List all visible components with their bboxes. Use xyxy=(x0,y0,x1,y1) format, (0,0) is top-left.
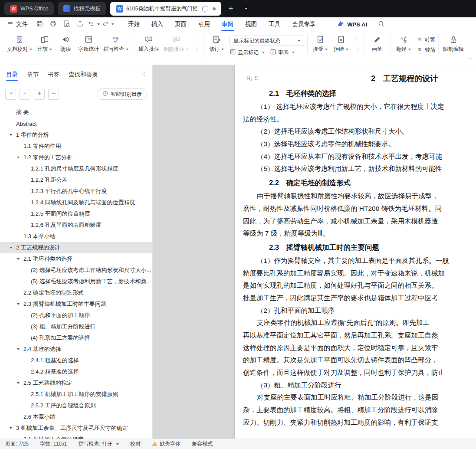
toc-item[interactable]: (2) 选择毛坯应该考虑工作结构形状和尺寸大小... xyxy=(0,265,152,276)
toc-item[interactable]: 2 工艺规程的设计 xyxy=(0,242,152,253)
toc-next-heading-button[interactable] xyxy=(5,89,16,100)
toc-expand-arrow-icon[interactable] xyxy=(17,157,23,158)
menu-tab[interactable]: 插入 xyxy=(151,17,163,31)
ribbon-zh-fan-button[interactable]: 繁转简 xyxy=(417,46,435,54)
toc-prev-heading-button[interactable] xyxy=(20,89,30,100)
markup-state-combobox[interactable]: 显示标记的最终状态 xyxy=(230,36,304,46)
sidebar-tab[interactable]: 目录 xyxy=(6,65,18,84)
toc-item[interactable]: (2) 孔和平面的加工顺序 xyxy=(0,310,152,321)
toc-collapse-all-button[interactable] xyxy=(48,89,59,100)
toc-item[interactable]: 2.3 摇臂轴机械加工时的主要问题 xyxy=(0,298,152,310)
toc-item[interactable]: 1.3 本章小结 xyxy=(0,231,152,242)
status-item[interactable]: 兼容模式 xyxy=(192,440,213,448)
toc-item[interactable]: 2.4.1 粗基准的选择 xyxy=(0,355,152,366)
ribbon-spell-button[interactable]: ABC拼写检查 xyxy=(101,34,131,54)
toc-item[interactable]: Abstract xyxy=(0,118,152,129)
toc-expand-arrow-icon[interactable] xyxy=(17,348,23,350)
menu-tab[interactable]: 引用 xyxy=(198,17,210,31)
ribbon-zh-jian-button[interactable]: 简转繁 xyxy=(417,36,435,43)
search-button[interactable] xyxy=(378,20,385,29)
ribbon-doc-check-button[interactable]: 文档校对 xyxy=(5,34,34,54)
toc-item[interactable]: (4) 孔系加工方案的选择 xyxy=(0,332,152,344)
sidebar-tab[interactable]: 书签 xyxy=(48,65,59,84)
toc-item[interactable]: 3 机械加工余量、工序尺寸及毛坯尺寸的确定 xyxy=(0,423,152,434)
ribbon-reject-button[interactable]: 拒绝 xyxy=(331,34,351,54)
toc-item[interactable]: 2.5 工艺路线的拟定 xyxy=(0,377,152,389)
ribbon-speaker-button[interactable]: 朗读 xyxy=(55,34,76,54)
toc-expand-arrow-icon[interactable] xyxy=(10,247,16,249)
status-item[interactable]: 缺失字体 xyxy=(152,440,181,448)
menu-tab[interactable]: 审阅 xyxy=(222,17,233,31)
tab-docer-templates[interactable]: 找稻壳模板 xyxy=(58,2,106,15)
toc-item[interactable]: 1.2.3 平行孔的孔中心线平行度 xyxy=(0,186,152,197)
wps-ai-button[interactable]: WPS AI xyxy=(337,20,367,29)
tab-list-button[interactable] xyxy=(240,3,252,14)
toc-item[interactable]: 3.1 机械加工余量的确定 xyxy=(0,434,152,439)
print-preview-button[interactable] xyxy=(61,19,72,29)
new-tab-button[interactable]: + xyxy=(225,3,236,14)
toc-item[interactable]: 2.5.1 机械加工加工顺序的安排原则 xyxy=(0,389,152,400)
status-item[interactable]: 字数: 11151 xyxy=(40,440,67,448)
toc-item[interactable]: 2.1 毛坯种类的选择 xyxy=(0,253,152,265)
sidebar-tab[interactable]: 章节 xyxy=(27,65,39,84)
menu-tab[interactable]: 会员专享 xyxy=(292,17,315,31)
ribbon-count-button[interactable]: 123字数统计 xyxy=(76,34,101,54)
toc-item[interactable]: 1.2.6 孔及平面的表面粗糙度 xyxy=(0,220,152,231)
menu-tab[interactable]: 视图 xyxy=(245,17,257,31)
menu-tab[interactable]: 工具 xyxy=(269,17,280,31)
toc-item[interactable]: (3) 粗、精加工分阶段进行 xyxy=(0,321,152,332)
toc-item[interactable]: 1.2.4 同轴线孔间及轴孔与端面的位置精度 xyxy=(0,197,152,208)
tab-wps-home[interactable]: W WPS Office xyxy=(4,2,54,15)
save-button[interactable] xyxy=(34,19,45,29)
collapse-ribbon-button[interactable] xyxy=(467,55,473,63)
close-sidebar-button[interactable] xyxy=(141,71,146,79)
toc-item[interactable]: 1.2.1 孔的尺寸精度及几何形状精度 xyxy=(0,163,152,174)
status-item[interactable]: 拼写检查: 打开 xyxy=(78,440,119,448)
status-item[interactable]: 页面: 7/25 xyxy=(5,440,29,448)
nav-right-icon xyxy=(355,46,360,54)
comment-bubble-icon[interactable] xyxy=(202,7,208,11)
ribbon-pen-button[interactable]: 画笔 xyxy=(367,34,387,54)
toc-item[interactable]: 1.1 零件的作用 xyxy=(0,141,152,152)
ribbon-translate-button[interactable]: A文翻译 xyxy=(393,34,414,54)
ribbon-markup-button[interactable]: 显示标记 xyxy=(230,49,265,56)
tab-current-document[interactable]: W 6105柴油机中摇臂座的气门摇 xyxy=(110,2,221,16)
toc-expand-arrow-icon[interactable] xyxy=(10,134,16,136)
toc-item[interactable]: 1 零件的分析 xyxy=(0,129,152,141)
toc-item[interactable]: 摘 要 xyxy=(0,107,152,118)
toc-item[interactable]: 1.2 零件的工艺分析 xyxy=(0,152,152,163)
paragraph-drag-handle[interactable]: H₃⠿ xyxy=(246,71,258,86)
caret-down-icon xyxy=(112,23,114,25)
toc-expand-all-button[interactable] xyxy=(34,89,45,100)
smart-toc-recognize-button[interactable]: 智能识别目录 xyxy=(97,88,147,100)
ribbon-revise-button[interactable]: 修订 xyxy=(206,34,227,54)
toc-item[interactable]: 2.5.2 工序的合理组合原则 xyxy=(0,400,152,411)
ribbon-comment-button[interactable]: 插入批注 xyxy=(136,34,161,54)
ribbon-accept-button[interactable]: 接受 xyxy=(310,34,331,54)
undo-button[interactable] xyxy=(88,19,100,29)
sidebar-tab[interactable]: 查找和替换 xyxy=(69,65,98,84)
toc-item[interactable]: 1.2.2 孔距公差 xyxy=(0,174,152,186)
file-menu-button[interactable]: 文件 xyxy=(4,20,30,28)
toc-expand-arrow-icon[interactable] xyxy=(17,258,23,260)
toc-item[interactable]: 1.2.5 平面间的位置精度 xyxy=(0,208,152,220)
menu-tab[interactable]: 页面 xyxy=(175,17,187,31)
toc-item[interactable]: 2.6 本章小结 xyxy=(0,411,152,423)
toc-expand-arrow-icon[interactable] xyxy=(17,382,23,384)
toc-item[interactable]: (5) 选择毛坯应该考虑利用新工艺，新技术和新... xyxy=(0,276,152,287)
print-button[interactable] xyxy=(47,19,59,29)
menu-tab[interactable]: 开始 xyxy=(128,17,140,31)
toc-item[interactable]: 2.4 基准的选择 xyxy=(0,344,152,355)
ribbon-lock-button[interactable]: 限制编辑 xyxy=(441,34,466,54)
toc-expand-arrow-icon[interactable] xyxy=(10,427,16,429)
toc-expand-arrow-icon[interactable] xyxy=(17,303,23,305)
ribbon-review-button[interactable]: 审阅 xyxy=(270,49,295,56)
redo-button[interactable] xyxy=(102,19,114,29)
document-page[interactable]: H₃⠿2 工艺规程的设计2.1 毛坯种类的选择（1） 选择毛坯应该考虑生产规模的… xyxy=(235,65,476,439)
document-area: H₃⠿2 工艺规程的设计2.1 毛坯种类的选择（1） 选择毛坯应该考虑生产规模的… xyxy=(153,65,476,439)
toc-item[interactable]: 2.2 确定毛坯的制造形式 xyxy=(0,287,152,298)
export-pdf-button[interactable] xyxy=(74,19,85,29)
ribbon-compare-button[interactable]: 比较 xyxy=(34,34,55,54)
toc-item[interactable]: 2.4.2 精基准的选择 xyxy=(0,366,152,377)
status-item[interactable]: 校对 xyxy=(130,440,141,448)
